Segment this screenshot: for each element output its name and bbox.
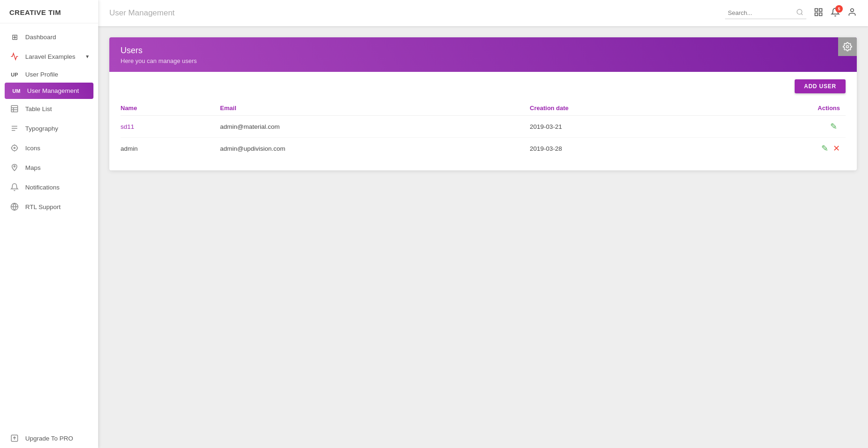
icons-icon xyxy=(9,143,20,153)
sidebar-item-label: RTL Support xyxy=(25,203,89,210)
item-prefix: UM xyxy=(11,88,21,94)
add-user-row: ADD USER xyxy=(121,79,846,93)
table-row: sd11 admin@material.com 2019-03-21 ✎ xyxy=(121,116,846,138)
globe-icon xyxy=(9,202,20,212)
search-input[interactable] xyxy=(728,9,793,16)
upgrade-button[interactable]: Upgrade To PRO xyxy=(0,428,98,448)
topbar: User Management 5 xyxy=(98,0,868,26)
notification-badge: 5 xyxy=(835,5,843,13)
page-title: User Management xyxy=(109,8,725,18)
dashboard-icon: ⊞ xyxy=(9,32,20,42)
laravel-icon xyxy=(9,51,20,62)
svg-rect-0 xyxy=(11,105,18,112)
sidebar-item-table-list[interactable]: Table List xyxy=(0,99,98,119)
card-header-wrapper: Users Here you can manage users xyxy=(109,37,857,72)
brand-logo: CREATIVE TIM xyxy=(0,0,98,23)
svg-point-24 xyxy=(847,46,849,48)
grid-icon[interactable] xyxy=(814,7,823,19)
user-name: admin xyxy=(121,138,220,160)
users-table: Name Email Creation date Actions sd11 ad… xyxy=(121,101,846,159)
user-creation-date: 2019-03-21 xyxy=(530,116,724,138)
table-header: Name Email Creation date Actions xyxy=(121,101,846,116)
col-email: Email xyxy=(220,101,530,116)
sidebar-item-label: Typography xyxy=(25,125,89,132)
svg-point-23 xyxy=(851,8,854,12)
svg-point-7 xyxy=(14,147,15,149)
item-prefix: UP xyxy=(9,72,20,77)
user-avatar-icon[interactable] xyxy=(847,7,857,19)
add-user-button[interactable]: ADD USER xyxy=(795,79,846,93)
svg-rect-19 xyxy=(815,8,818,11)
col-name: Name xyxy=(121,101,220,116)
svg-rect-22 xyxy=(819,13,822,15)
sidebar-item-label: Icons xyxy=(25,145,89,152)
card-header: Users Here you can manage users xyxy=(109,37,857,72)
edit-button[interactable]: ✎ xyxy=(821,144,828,153)
card-body: ADD USER Name Email Creation date Action… xyxy=(109,72,857,170)
svg-rect-20 xyxy=(819,8,822,11)
col-actions: Actions xyxy=(724,101,846,116)
user-name: sd11 xyxy=(121,116,220,138)
sidebar-item-notifications[interactable]: Notifications xyxy=(0,177,98,197)
chevron-down-icon: ▾ xyxy=(86,53,89,60)
sidebar-item-user-profile[interactable]: UP User Profile xyxy=(0,66,98,83)
table-row: admin admin@updivision.com 2019-03-28 ✎ … xyxy=(121,138,846,160)
topbar-right: 5 xyxy=(725,7,857,19)
user-email: admin@updivision.com xyxy=(220,138,530,160)
search-icon[interactable] xyxy=(796,8,804,18)
sidebar-item-typography[interactable]: Typography xyxy=(0,119,98,138)
card-settings-icon[interactable] xyxy=(838,37,857,56)
svg-point-17 xyxy=(797,9,802,14)
delete-button[interactable]: ✕ xyxy=(833,144,840,153)
sidebar-item-dashboard[interactable]: ⊞ Dashboard xyxy=(0,27,98,47)
user-email: admin@material.com xyxy=(220,116,530,138)
svg-line-18 xyxy=(801,14,803,15)
sidebar-item-label: User Profile xyxy=(25,71,89,78)
sidebar-item-label: Notifications xyxy=(25,184,89,191)
edit-button[interactable]: ✎ xyxy=(830,122,837,131)
sidebar-item-label: Laravel Examples xyxy=(25,53,86,60)
users-card: Users Here you can manage users ADD USER… xyxy=(109,37,857,170)
sidebar-item-label: Dashboard xyxy=(25,34,89,41)
bell-icon xyxy=(9,182,20,192)
sidebar-item-label: Table List xyxy=(25,105,89,112)
sidebar-item-rtl-support[interactable]: RTL Support xyxy=(0,197,98,217)
sidebar-nav: ⊞ Dashboard Laravel Examples ▾ UP User P… xyxy=(0,23,98,428)
card-header-title: Users xyxy=(121,46,846,56)
sidebar-item-laravel-examples[interactable]: Laravel Examples ▾ xyxy=(0,47,98,66)
sidebar-item-maps[interactable]: Maps xyxy=(0,158,98,177)
sidebar-item-user-management[interactable]: UM User Management xyxy=(5,83,93,99)
notification-icon[interactable]: 5 xyxy=(831,7,840,19)
user-creation-date: 2019-03-28 xyxy=(530,138,724,160)
search-box[interactable] xyxy=(725,7,806,19)
col-creation-date: Creation date xyxy=(530,101,724,116)
upgrade-label: Upgrade To PRO xyxy=(25,435,73,442)
sidebar: CREATIVE TIM ⊞ Dashboard Laravel Example… xyxy=(0,0,98,448)
card-header-sub: Here you can manage users xyxy=(121,57,846,64)
table-body: sd11 admin@material.com 2019-03-21 ✎ adm… xyxy=(121,116,846,160)
svg-point-8 xyxy=(12,145,17,151)
main-content: Users Here you can manage users ADD USER… xyxy=(98,26,868,448)
table-icon xyxy=(9,104,20,114)
svg-rect-21 xyxy=(815,13,818,15)
user-actions: ✎ ✕ xyxy=(724,138,846,160)
sidebar-item-label: Maps xyxy=(25,164,89,171)
sidebar-item-icons[interactable]: Icons xyxy=(0,138,98,158)
typography-icon xyxy=(9,123,20,133)
user-actions: ✎ xyxy=(724,116,846,138)
sidebar-item-label: User Management xyxy=(27,87,87,94)
map-icon xyxy=(9,162,20,173)
upgrade-icon xyxy=(9,433,20,443)
svg-point-13 xyxy=(14,166,15,167)
